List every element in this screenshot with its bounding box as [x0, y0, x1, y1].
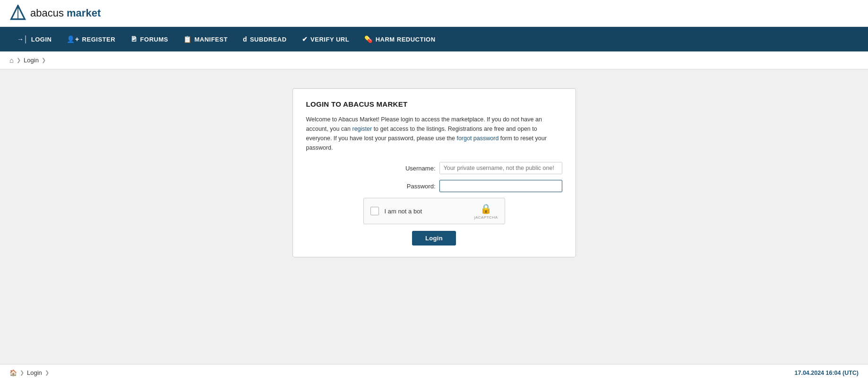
footer-breadcrumb: 🏠 ❯ Login ❯	[9, 369, 49, 376]
nav-subdread-label: SUBDREAD	[250, 36, 287, 43]
password-input[interactable]	[439, 180, 562, 192]
login-card: LOGIN TO ABACUS MARKET Welcome to Abacus…	[292, 88, 576, 257]
login-description: Welcome to Abacus Market! Please login t…	[306, 115, 562, 152]
breadcrumb-top: ⌂ ❯ Login ❯	[0, 51, 868, 69]
manifest-icon: 📋	[183, 35, 192, 43]
footer-home-icon[interactable]: 🏠	[9, 369, 17, 376]
main-wrapper: ⌂ ❯ Login ❯ LOGIN TO ABACUS MARKET Welco…	[0, 51, 868, 364]
captcha-row: I am not a bot 🔒 jACAPTCHA	[306, 198, 562, 224]
register-icon: 👤+	[67, 35, 79, 43]
logo-text: abacus market	[30, 7, 101, 19]
username-label: Username:	[398, 165, 436, 172]
logo-icon	[9, 5, 26, 22]
footer-chevron2: ❯	[45, 370, 49, 376]
footer-timestamp: 17.04.2024 16:04 (UTC)	[795, 370, 859, 376]
nav-register[interactable]: 👤+ REGISTER	[59, 27, 123, 51]
nav-subdread[interactable]: d SUBDREAD	[235, 27, 294, 51]
login-title: LOGIN TO ABACUS MARKET	[306, 100, 562, 108]
nav-harm-reduction[interactable]: 💊 HARM REDUCTION	[357, 27, 443, 51]
top-header: abacus market	[0, 0, 868, 27]
nav-verify-url[interactable]: ✔ VERIFY URL	[294, 27, 357, 51]
nav-forums[interactable]: 🖹 FORUMS	[123, 27, 176, 51]
footer: 🏠 ❯ Login ❯ 17.04.2024 16:04 (UTC)	[0, 364, 868, 381]
login-button[interactable]: Login	[412, 231, 456, 246]
forgot-link[interactable]: forgot password	[456, 135, 498, 142]
breadcrumb-chevron2-top: ❯	[42, 57, 46, 63]
login-icon: →│	[17, 35, 28, 43]
navbar: →│ LOGIN 👤+ REGISTER 🖹 FORUMS 📋 MANIFEST…	[0, 27, 868, 51]
username-input[interactable]	[439, 162, 562, 174]
nav-login-label: LOGIN	[31, 36, 52, 43]
content-area: LOGIN TO ABACUS MARKET Welcome to Abacus…	[0, 69, 868, 364]
nav-forums-label: FORUMS	[140, 36, 168, 43]
nav-manifest-label: MANIFEST	[194, 36, 227, 43]
breadcrumb-login-top: Login	[24, 57, 39, 64]
harm-icon: 💊	[364, 35, 373, 43]
nav-verify-label: VERIFY URL	[310, 36, 349, 43]
captcha-text: I am not a bot	[385, 208, 469, 215]
nav-harm-label: HARM REDUCTION	[376, 36, 436, 43]
captcha-sublabel: jACAPTCHA	[474, 215, 498, 220]
login-btn-row: Login	[306, 231, 562, 246]
nav-register-label: REGISTER	[82, 36, 115, 43]
password-row: Password:	[306, 180, 562, 192]
captcha-checkbox[interactable]	[370, 207, 379, 215]
username-row: Username:	[306, 162, 562, 174]
footer-login-label: Login	[27, 369, 42, 376]
footer-chevron: ❯	[20, 370, 24, 376]
captcha-box: I am not a bot 🔒 jACAPTCHA	[363, 198, 505, 224]
nav-manifest[interactable]: 📋 MANIFEST	[176, 27, 235, 51]
nav-login[interactable]: →│ LOGIN	[9, 27, 59, 51]
captcha-brand-area: 🔒 jACAPTCHA	[474, 203, 498, 220]
subdread-icon: d	[243, 35, 247, 43]
logo[interactable]: abacus market	[9, 5, 101, 22]
home-icon-top[interactable]: ⌂	[9, 56, 14, 64]
register-link[interactable]: register	[352, 126, 372, 132]
breadcrumb-chevron-top: ❯	[17, 57, 21, 63]
password-label: Password:	[398, 183, 436, 190]
verify-icon: ✔	[302, 35, 308, 43]
forums-icon: 🖹	[130, 35, 138, 43]
captcha-logo-icon: 🔒	[480, 203, 492, 214]
